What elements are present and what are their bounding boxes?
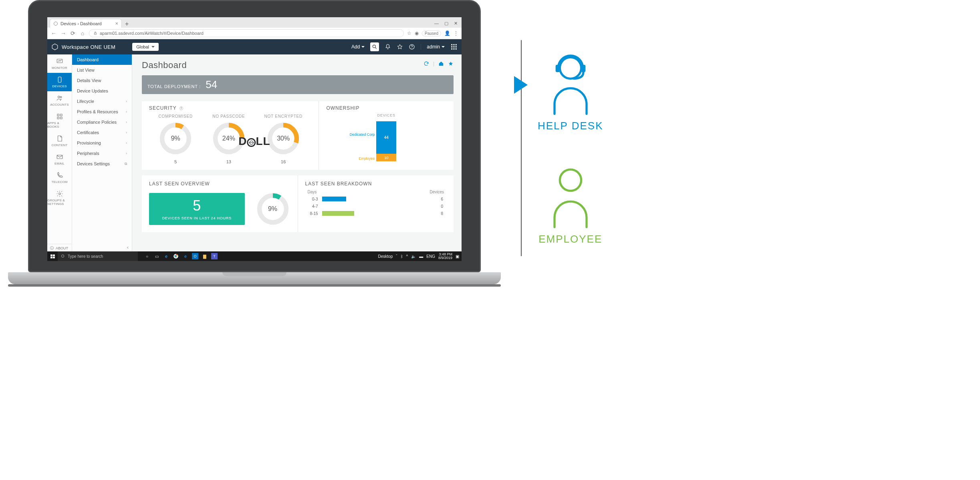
global-search-button[interactable] [370,42,379,51]
window-close-icon[interactable]: ✕ [454,21,458,26]
action-center-icon[interactable]: ▣ [456,254,459,259]
telecom-icon [56,172,63,179]
app-launcher-icon[interactable] [450,43,458,50]
chevron-right-icon: › [126,99,127,103]
help-icon[interactable] [409,44,415,50]
home-icon[interactable] [438,61,444,68]
svg-rect-16 [456,48,457,50]
breakdown-row[interactable]: 8-158 [305,211,447,216]
favorites-star-icon[interactable] [397,44,403,50]
donut-compromised[interactable]: COMPROMISED 9% 5 [158,114,193,164]
refresh-icon[interactable] [423,61,429,68]
nav-back-icon[interactable]: ← [50,30,57,36]
profile-avatar-icon[interactable]: 👤 [444,30,450,36]
tray-lang[interactable]: ENG [426,254,435,259]
svg-point-46 [61,255,64,257]
ownership-stacked-bar[interactable]: 44 10 [376,121,396,161]
last-seen-ring[interactable]: 9% [255,191,290,227]
subnav-item-provisioning[interactable]: Provisioning› [72,138,132,148]
rail-item-content[interactable]: CONTENT [47,132,72,150]
url-bar[interactable]: aparm01.ssdevrd.com/AirWatch/#/Device/Da… [89,29,404,37]
taskbar-search[interactable]: Type here to search [58,251,138,261]
rail-label: ACCOUNTS [50,103,69,106]
svg-rect-10 [456,44,457,45]
subnav-item-compliance[interactable]: Compliance Policies› [72,117,132,127]
new-tab-button[interactable]: + [122,20,132,28]
rail-item-accounts[interactable]: ACCOUNTS [47,91,72,110]
employee-icon [542,164,599,228]
taskbar-chrome-icon[interactable] [171,251,180,261]
taskbar-edge-icon[interactable]: e [162,251,171,261]
taskbar-teams-icon[interactable]: T [211,253,218,259]
deployment-label: TOTAL DEPLOYMENT : [147,84,201,89]
taskbar-outlook-icon[interactable]: O [192,253,198,259]
collapse-subnav-icon[interactable]: ‹ [127,245,129,250]
tray-clock[interactable]: 3:48 PM 8/9/2019 [438,253,452,260]
rail-item-apps[interactable]: APPS & BOOKS [47,110,72,132]
email-icon [56,153,63,161]
rail-item-email[interactable]: EMAIL [47,150,72,169]
notifications-icon[interactable] [385,44,391,50]
desktop-toggle[interactable]: Desktop [378,254,393,259]
favorite-page-icon[interactable] [448,61,454,68]
external-link-icon: ⧉ [125,162,127,166]
taskbar-explorer-icon[interactable]: ▇ [200,251,209,261]
add-dropdown[interactable]: Add [351,44,365,50]
profile-paused-chip[interactable]: Paused [422,30,441,36]
org-scope-dropdown[interactable]: Global [132,43,159,51]
svg-rect-22 [57,114,59,116]
ownership-corp-label: Dedicated Corp [344,133,375,137]
subnav-item-profiles[interactable]: Profiles & Resources› [72,106,132,117]
tab-close-icon[interactable]: × [115,21,118,26]
app-brand[interactable]: Workspace ONE UEM [51,43,115,50]
subnav-item-details-view[interactable]: Details View [72,75,132,86]
subnav-item-dashboard[interactable]: Dashboard [72,54,132,65]
tray-chevron-icon[interactable]: ˇ [396,254,397,259]
rail-about[interactable]: ABOUT [47,244,72,252]
breakdown-row[interactable]: 4-70 [305,204,447,209]
page-tools: | [423,61,454,68]
subnav-label: List View [77,68,95,72]
subnav-item-list-view[interactable]: List View [72,65,132,75]
browser-tab[interactable]: Devices › Dashboard × [50,19,122,28]
subnav-item-peripherals[interactable]: Peripherals› [72,148,132,159]
bookmark-star-icon[interactable]: ☆ [407,30,411,36]
tray-battery-icon[interactable]: ▬ [419,254,423,259]
window-maximize-icon[interactable]: ▢ [444,21,448,26]
last-seen-card[interactable]: 5 DEVICES SEEN IN LAST 24 HOURS [149,193,245,225]
subnav-item-device-settings[interactable]: Devices Settings⧉ [72,159,132,169]
tray-network-icon[interactable]: ^ [406,254,408,259]
page-title: Dashboard [142,60,458,70]
nav-reload-icon[interactable]: ⟳ [70,30,76,36]
rail-item-monitor[interactable]: MONITOR [47,54,72,73]
ownership-corp-segment: 44 [376,121,396,154]
svg-rect-25 [60,117,62,119]
rail-label: DEVICES [52,84,67,88]
accounts-icon [56,94,63,102]
nav-forward-icon[interactable]: → [60,30,67,36]
rail-item-devices[interactable]: DEVICES [47,73,72,91]
user-menu-dropdown[interactable]: admin [421,44,445,50]
subnav-label: Peripherals [77,151,99,156]
metric-title: NO PASSCODE [212,114,245,118]
rail-item-telecom[interactable]: TELECOM [47,169,72,187]
extension-icon[interactable]: ◉ [415,30,419,36]
help-hint-icon[interactable]: ? [179,106,183,110]
start-button[interactable] [47,251,58,261]
window-minimize-icon[interactable]: — [434,21,439,26]
subnav-item-device-updates[interactable]: Device Updates [72,86,132,96]
last-seen-count: 5 [193,199,201,213]
tray-bluetooth-icon[interactable]: ᛒ [401,254,403,259]
main-content: | Dashboard TOTAL DEPLOYMENT : 54 [132,54,462,252]
subnav-item-certificates[interactable]: Certificates› [72,127,132,138]
tray-volume-icon[interactable]: 🔈 [411,254,416,259]
rail-item-groups[interactable]: GROUPS & SETTINGS [47,187,72,209]
browser-menu-icon[interactable]: ⋮ [454,30,458,36]
breakdown-row[interactable]: 0-36 [305,197,447,201]
nav-home-icon[interactable]: ⌂ [79,30,86,36]
taskbar-ie-icon[interactable]: e [181,251,190,261]
subnav-item-lifecycle[interactable]: Lifecycle› [72,96,132,106]
taskbar-cortana-icon[interactable]: ○ [143,251,151,261]
taskbar-taskview-icon[interactable]: ▭ [152,251,161,261]
vertical-divider [521,40,522,256]
